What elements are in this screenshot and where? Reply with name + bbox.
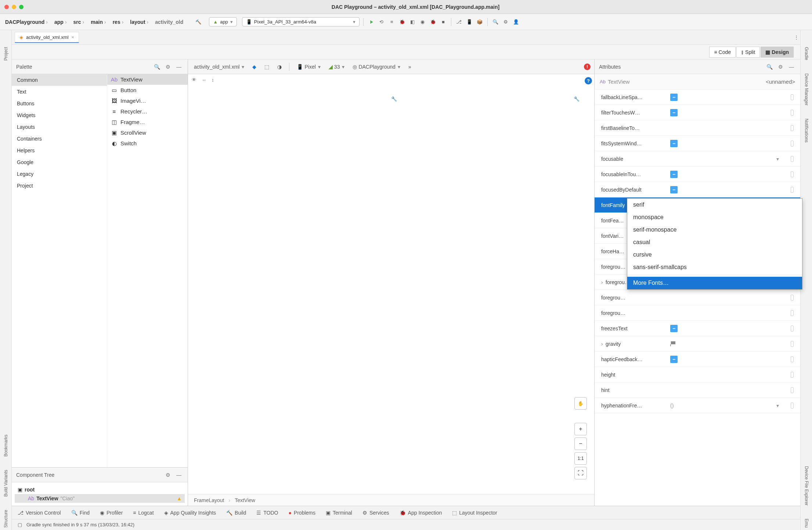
avd-icon[interactable]: 📱	[465, 18, 473, 26]
dd-item-sans-serif-smallcaps[interactable]: sans-serif-smallcaps	[627, 261, 802, 273]
dd-item-monospace[interactable]: monospace	[627, 211, 802, 224]
night-icon[interactable]: ◑	[275, 63, 284, 70]
attr-row-focusedbydefault[interactable]: focusedByDefault−	[595, 182, 800, 197]
breadcrumb-item[interactable]: main	[89, 19, 109, 25]
help-icon[interactable]: ?	[585, 77, 592, 84]
profiler-tab[interactable]: ◉ Profiler	[100, 510, 123, 516]
attr-row-fallbacklinespa[interactable]: fallbackLineSpa…−	[595, 90, 800, 105]
pan-button[interactable]: ✋	[574, 397, 587, 410]
warning-icon[interactable]: ▲	[177, 495, 182, 501]
api-dd[interactable]: ◢ 33	[326, 63, 347, 70]
search-icon[interactable]: 🔍	[152, 62, 161, 71]
logcat-tab[interactable]: ≡ Logcat	[133, 510, 154, 516]
attr-row-hyphenationfre[interactable]: hyphenationFre…()▾	[595, 398, 800, 413]
layout-inspector-tab[interactable]: ⬚ Layout Inspector	[452, 510, 497, 516]
category-containers[interactable]: Containers	[12, 133, 107, 145]
gear-icon[interactable]: ⚙	[776, 62, 785, 71]
dd-item-more-fonts[interactable]: More Fonts…	[627, 277, 802, 289]
attr-row-focusable[interactable]: focusable▾	[595, 151, 800, 167]
search-icon[interactable]: 🔍	[765, 62, 774, 71]
git-icon[interactable]: ⎇	[455, 18, 463, 26]
category-legacy[interactable]: Legacy	[12, 168, 107, 180]
dd-item-cursive[interactable]: cursive	[627, 248, 802, 261]
bookmarks-tab[interactable]: Bookmarks	[3, 432, 8, 459]
stop-icon[interactable]: ■	[439, 18, 447, 26]
attr-quickpick[interactable]	[791, 356, 794, 362]
surface-icon[interactable]: ◆	[250, 63, 259, 70]
more-icon[interactable]: ⋮	[792, 33, 800, 41]
zoom-1-1-button[interactable]: 1:1	[574, 452, 587, 465]
attr-row-hapticfeedback[interactable]: hapticFeedback…−	[595, 352, 800, 367]
design-file-dd[interactable]: activity_old_xml.xml	[192, 63, 246, 70]
code-view-button[interactable]: ≡ Code	[709, 47, 736, 58]
attr-row-focusableintou[interactable]: focusableInTou…−	[595, 167, 800, 182]
design-view-button[interactable]: ▦ Design	[761, 47, 794, 58]
minus-icon[interactable]: −	[670, 140, 678, 147]
attr-quickpick[interactable]	[791, 341, 794, 347]
widget-button[interactable]: ▭Button	[107, 85, 188, 95]
attr-row-firstbaselineto[interactable]: firstBaselineTo…	[595, 120, 800, 136]
attr-row-gravity[interactable]: ›gravity	[595, 336, 800, 352]
more-icon[interactable]: »	[406, 63, 414, 70]
apply-code-icon[interactable]: ≡	[388, 18, 396, 26]
category-common[interactable]: Common	[12, 74, 107, 86]
theme-dd[interactable]: ◎ DACPlayground	[350, 63, 402, 70]
build-tab[interactable]: 🔨 Build	[226, 510, 246, 516]
run-config-selector[interactable]: ▲ app▾	[209, 17, 237, 26]
breadcrumb-item[interactable]: res	[111, 19, 127, 25]
breadcrumb-item[interactable]: activity_old	[154, 19, 185, 25]
services-tab[interactable]: ⚙ Services	[362, 510, 389, 516]
widget-imageview[interactable]: 🖼ImageVi…	[107, 95, 188, 106]
attach-debug-icon[interactable]: 🐞	[429, 18, 437, 26]
attr-quickpick[interactable]	[791, 387, 794, 393]
minus-icon[interactable]: −	[670, 171, 678, 178]
error-icon[interactable]: !	[584, 63, 591, 70]
file-explorer-tab[interactable]: Device File Explorer	[804, 464, 809, 508]
widget-fragment[interactable]: ◫Fragme…	[107, 117, 188, 127]
notifications-tab[interactable]: Notifications	[804, 116, 809, 145]
vcs-tab[interactable]: ⎇ Version Control	[18, 510, 61, 516]
find-tab[interactable]: 🔍 Find	[71, 510, 90, 516]
device-manager-tab[interactable]: Device Manager	[804, 71, 809, 108]
attr-quickpick[interactable]	[791, 310, 794, 316]
close-tab-icon[interactable]: ×	[72, 35, 75, 40]
breadcrumb-item[interactable]: src	[72, 19, 87, 25]
minimize-icon[interactable]: —	[174, 471, 183, 479]
expand-icon[interactable]: ›	[601, 279, 606, 285]
attr-quickpick[interactable]	[791, 94, 794, 100]
profile-icon[interactable]: ◉	[419, 18, 427, 26]
category-layouts[interactable]: Layouts	[12, 121, 107, 133]
apply-changes-icon[interactable]: ⟲	[378, 18, 386, 26]
tree-root[interactable]: ▣root	[15, 485, 185, 494]
minus-icon[interactable]: −	[670, 356, 678, 363]
problems-tab[interactable]: ● Problems	[288, 510, 315, 516]
gear-icon[interactable]: ⚙	[163, 62, 172, 71]
run-icon[interactable]	[367, 18, 375, 26]
attr-quickpick[interactable]	[791, 326, 794, 331]
maximize-window[interactable]	[19, 5, 24, 9]
sdk-icon[interactable]: 📦	[476, 18, 484, 26]
chevron-down-icon[interactable]: ▾	[773, 403, 782, 409]
hammer-icon[interactable]: 🔨	[194, 18, 202, 26]
dd-item-serif[interactable]: serif	[627, 199, 802, 211]
tree-textview[interactable]: Ab TextView "Ciao" ▲	[15, 494, 185, 503]
gear-icon[interactable]: ⚙	[163, 471, 172, 479]
category-google[interactable]: Google	[12, 156, 107, 168]
search-icon[interactable]: 🔍	[491, 18, 499, 26]
avatar-icon[interactable]: 👤	[512, 18, 520, 26]
attr-quickpick[interactable]	[791, 110, 794, 116]
minus-icon[interactable]: −	[670, 186, 678, 193]
close-window[interactable]	[4, 5, 9, 9]
attr-quickpick[interactable]	[791, 403, 794, 409]
structure-tab[interactable]: Structure	[3, 508, 8, 530]
minimize-icon[interactable]: —	[787, 62, 796, 71]
insights-tab[interactable]: ◈ App Quality Insights	[164, 510, 216, 516]
zoom-out-button[interactable]: −	[574, 438, 587, 450]
chevron-down-icon[interactable]: ▾	[773, 156, 782, 162]
expand-icon[interactable]: ↕	[212, 77, 214, 83]
build-variants-tab[interactable]: Build Variants	[3, 468, 8, 499]
arrows-icon[interactable]: ↔	[202, 77, 206, 83]
widget-switch[interactable]: ◐Switch	[107, 138, 188, 149]
attr-row-filtertouchesw[interactable]: filterTouchesW…−	[595, 105, 800, 120]
inspection-tab[interactable]: 🐞 App Inspection	[400, 510, 442, 516]
